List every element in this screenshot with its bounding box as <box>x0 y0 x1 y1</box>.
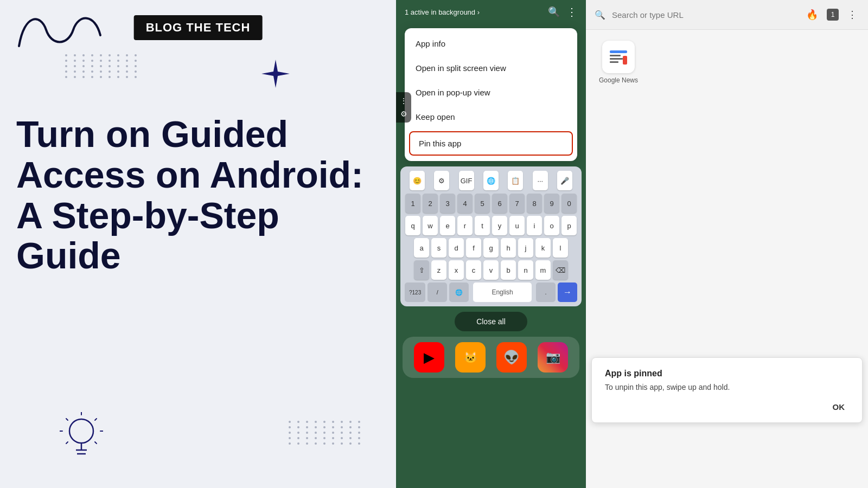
keyboard-row-zxcv: ⇧ z x c v b n m ⌫ <box>405 260 577 280</box>
kb-l[interactable]: l <box>553 238 568 258</box>
kb-w[interactable]: w <box>423 216 438 235</box>
kb-period[interactable]: . <box>536 282 556 302</box>
kb-b[interactable]: b <box>501 260 516 280</box>
kb-emoji[interactable]: 😊 <box>410 171 425 190</box>
svg-line-11 <box>66 442 68 444</box>
context-menu: App info Open in split screen view Open … <box>405 28 577 161</box>
kb-i[interactable]: i <box>527 216 542 235</box>
phone-status-bar: 1 active in background › 🔍 ⋮ <box>396 0 586 24</box>
kb-6[interactable]: 6 <box>492 194 507 213</box>
side-ctrl-2[interactable]: ⚙ <box>398 110 409 118</box>
svg-line-8 <box>66 419 68 420</box>
url-input[interactable] <box>612 10 797 20</box>
search-icon[interactable]: 🔍 <box>548 6 560 18</box>
dot-grid-bottom <box>289 421 363 445</box>
kb-n[interactable]: n <box>518 260 533 280</box>
phone-screen: ⋮ ⚙ 1 active in background › 🔍 ⋮ App inf… <box>396 0 586 488</box>
kb-m[interactable]: m <box>535 260 551 280</box>
kb-s[interactable]: s <box>431 238 446 258</box>
side-controls[interactable]: ⋮ ⚙ <box>396 92 411 123</box>
kb-0[interactable]: 0 <box>561 194 577 213</box>
app-icon-reddit[interactable]: 👽 <box>496 342 527 373</box>
kb-gif[interactable]: GIF <box>459 171 474 190</box>
dialog-body: To unpin this app, swipe up and hold. <box>605 383 849 391</box>
menu-item-pin-app[interactable]: Pin this app <box>409 131 573 156</box>
kb-voice[interactable]: 🎤 <box>557 171 572 190</box>
kb-x[interactable]: x <box>449 260 464 280</box>
blog-badge: BLOG THE TECH <box>134 15 263 40</box>
kb-v[interactable]: v <box>483 260 499 280</box>
kb-d[interactable]: d <box>449 238 464 258</box>
close-all-button[interactable]: Close all <box>455 312 527 331</box>
kb-k[interactable]: k <box>535 238 551 258</box>
kb-z[interactable]: z <box>431 260 446 280</box>
left-panel: BLOG THE TECH Turn on Guided Access on A… <box>0 0 396 488</box>
menu-item-popup[interactable]: Open in pop-up view <box>405 80 577 105</box>
kb-globe[interactable]: 🌐 <box>449 282 469 302</box>
kb-2[interactable]: 2 <box>423 194 438 213</box>
kb-translate[interactable]: 🌐 <box>483 171 499 190</box>
kb-7[interactable]: 7 <box>509 194 525 213</box>
svg-point-1 <box>69 419 93 443</box>
keyboard-number-row: 1 2 3 4 5 6 7 8 9 0 <box>405 194 577 213</box>
kb-1[interactable]: 1 <box>405 194 420 213</box>
app-pinned-dialog: App is pinned To unpin this app, swipe u… <box>591 357 863 423</box>
keyboard: 😊 ⚙ GIF 🌐 📋 ··· 🎤 1 2 3 4 5 6 7 8 9 0 q … <box>400 166 582 306</box>
more-icon[interactable]: ⋮ <box>566 5 577 18</box>
kb-h[interactable]: h <box>501 238 516 258</box>
kb-8[interactable]: 8 <box>527 194 542 213</box>
kb-enter[interactable]: → <box>558 282 577 302</box>
star-decoration <box>260 59 291 89</box>
kb-o[interactable]: o <box>544 216 559 235</box>
app-icon-youtube[interactable]: ▶ <box>414 342 444 373</box>
kb-5[interactable]: 5 <box>475 194 490 213</box>
keyboard-bottom-row: ?123 / 🌐 English . → <box>405 282 577 302</box>
fire-icon[interactable]: 🔥 <box>804 7 820 23</box>
kb-settings[interactable]: ⚙ <box>434 171 449 190</box>
kb-backspace[interactable]: ⌫ <box>553 260 568 280</box>
kb-g[interactable]: g <box>483 238 499 258</box>
kb-spacebar[interactable]: English <box>473 282 532 302</box>
kb-t[interactable]: t <box>475 216 490 235</box>
app-dock: ▶ 🐱 👽 📷 <box>403 337 579 378</box>
kb-3[interactable]: 3 <box>440 194 455 213</box>
svg-rect-17 <box>623 56 627 65</box>
kb-p[interactable]: p <box>561 216 577 235</box>
kb-y[interactable]: y <box>492 216 507 235</box>
kb-123[interactable]: ?123 <box>405 282 425 302</box>
kb-shift[interactable]: ⇧ <box>414 260 429 280</box>
kb-u[interactable]: u <box>509 216 525 235</box>
kb-more-keys[interactable]: ··· <box>533 171 548 190</box>
menu-item-app-info[interactable]: App info <box>405 31 577 56</box>
new-tab-google-news[interactable]: Google News <box>597 41 640 84</box>
kb-4[interactable]: 4 <box>457 194 473 213</box>
browser-toolbar: 🔍 🔥 1 ⋮ <box>586 0 868 30</box>
app-icon-instagram[interactable]: 📷 <box>538 342 568 373</box>
browser-more-icon[interactable]: ⋮ <box>845 7 859 23</box>
menu-item-split-screen[interactable]: Open in split screen view <box>405 56 577 80</box>
kb-q[interactable]: q <box>405 216 420 235</box>
svg-rect-13 <box>610 50 627 53</box>
kb-r[interactable]: r <box>457 216 473 235</box>
kb-a[interactable]: a <box>414 238 429 258</box>
kb-j[interactable]: j <box>518 238 533 258</box>
app-icon-amazon[interactable]: 🐱 <box>455 342 486 373</box>
lightbulb-icon <box>60 412 103 466</box>
keyboard-top-row: 😊 ⚙ GIF 🌐 📋 ··· 🎤 <box>405 171 577 190</box>
kb-f[interactable]: f <box>466 238 481 258</box>
google-news-label: Google News <box>599 76 638 84</box>
kb-c[interactable]: c <box>466 260 481 280</box>
kb-clipboard[interactable]: 📋 <box>508 171 523 190</box>
svg-line-6 <box>95 419 97 420</box>
side-ctrl-1[interactable]: ⋮ <box>398 97 409 105</box>
kb-e[interactable]: e <box>440 216 455 235</box>
kb-slash[interactable]: / <box>427 282 447 302</box>
menu-item-keep-open[interactable]: Keep open <box>405 105 577 129</box>
browser-new-tab-content: Google News App is pinned To unpin this … <box>586 30 868 488</box>
kb-9[interactable]: 9 <box>544 194 559 213</box>
main-heading: Turn on Guided Access on Android: A Step… <box>16 114 363 276</box>
tab-count-icon[interactable]: 1 <box>827 9 839 21</box>
ok-button[interactable]: OK <box>828 400 850 414</box>
browser-panel: 🔍 🔥 1 ⋮ Google News App is <box>586 0 868 488</box>
browser-search-icon: 🔍 <box>595 10 605 20</box>
